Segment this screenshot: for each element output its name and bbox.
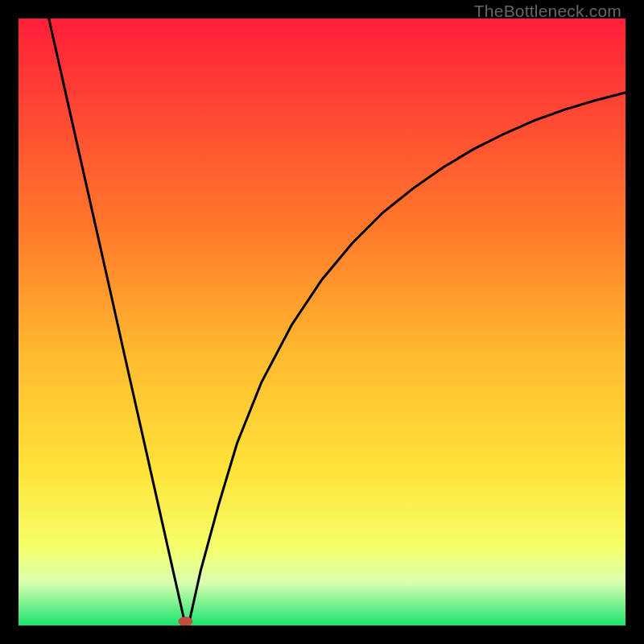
chart-frame [19, 19, 625, 625]
chart-svg [19, 19, 625, 625]
watermark-text: TheBottleneck.com [474, 2, 621, 21]
plot-background [19, 19, 625, 625]
